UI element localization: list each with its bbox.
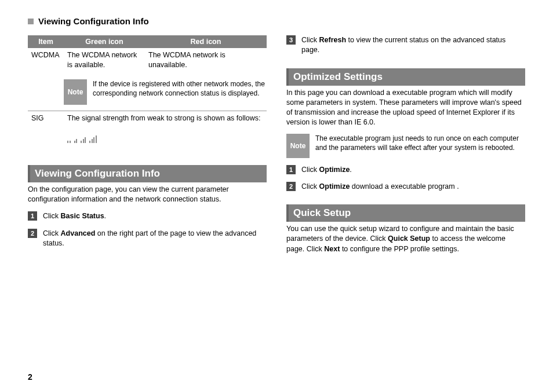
step-item: 1 Click Optimize. (286, 165, 525, 175)
step-item: 3 Click Refresh to view the current stat… (286, 35, 525, 56)
network-icon-table: Item Green icon Red icon WCDMA The WCDMA… (28, 35, 267, 152)
step-number-icon: 2 (286, 182, 296, 191)
step-text: Click Basic Status. (43, 211, 267, 221)
step-item: 2 Click Advanced on the right part of th… (28, 229, 267, 249)
note-badge: Note (286, 134, 310, 158)
th-red: Red icon (145, 35, 267, 48)
paragraph: On the configuration page, you can view … (28, 185, 267, 205)
cell-item: SIG (28, 111, 64, 127)
step-text: Click Optimize. (301, 165, 525, 175)
note-block: Note The executable program just needs t… (286, 134, 525, 158)
section-heading-viewing-config: Viewing Configuration Info (28, 165, 267, 182)
step-number-icon: 1 (286, 165, 296, 174)
th-green: Green icon (64, 35, 145, 48)
step-item: 2 Click Optimize download a executable p… (286, 182, 525, 192)
note-block: Note If the device is registered with ot… (64, 79, 267, 105)
table-row-note: Note If the device is registered with ot… (28, 74, 267, 111)
note-text: The executable program just needs to run… (315, 134, 525, 152)
step-text: Click Optimize download a executable pro… (301, 182, 525, 192)
note-badge: Note (64, 79, 87, 105)
left-column: Item Green icon Red icon WCDMA The WCDMA… (28, 32, 267, 260)
note-text: If the device is registered with other n… (93, 79, 267, 98)
paragraph: In this page you can download a executab… (286, 88, 525, 128)
table-row: SIG The signal strength from weak to str… (28, 111, 267, 127)
header-square-icon (28, 19, 34, 24)
right-column: 3 Click Refresh to view the current stat… (286, 32, 525, 260)
cell-sig-desc: The signal strength from weak to strong … (64, 111, 267, 127)
cell-item: WCDMA (28, 48, 64, 74)
page-number: 2 (28, 372, 32, 382)
step-number-icon: 1 (28, 211, 37, 221)
step-number-icon: 2 (28, 229, 37, 238)
cell-red: The WCDMA network is unavailable. (145, 48, 267, 74)
content-columns: Item Green icon Red icon WCDMA The WCDMA… (28, 32, 525, 260)
section-heading-quick-setup: Quick Setup (286, 204, 525, 222)
table-row: WCDMA The WCDMA network is available. Th… (28, 48, 267, 74)
step-number-icon: 3 (286, 35, 296, 45)
page-header: Viewing Configuration Info (28, 16, 525, 26)
step-text: Click Advanced on the right part of the … (43, 229, 267, 249)
step-text: Click Refresh to view the current status… (301, 35, 525, 56)
cell-green: The WCDMA network is available. (64, 48, 145, 74)
paragraph: You can use the quick setup wizard to co… (286, 224, 525, 254)
page-title: Viewing Configuration Info (38, 16, 149, 26)
section-heading-optimized: Optimized Settings (286, 68, 525, 86)
th-item: Item (28, 35, 64, 48)
step-item: 1 Click Basic Status. (28, 211, 267, 221)
signal-bars-icon (67, 135, 263, 143)
